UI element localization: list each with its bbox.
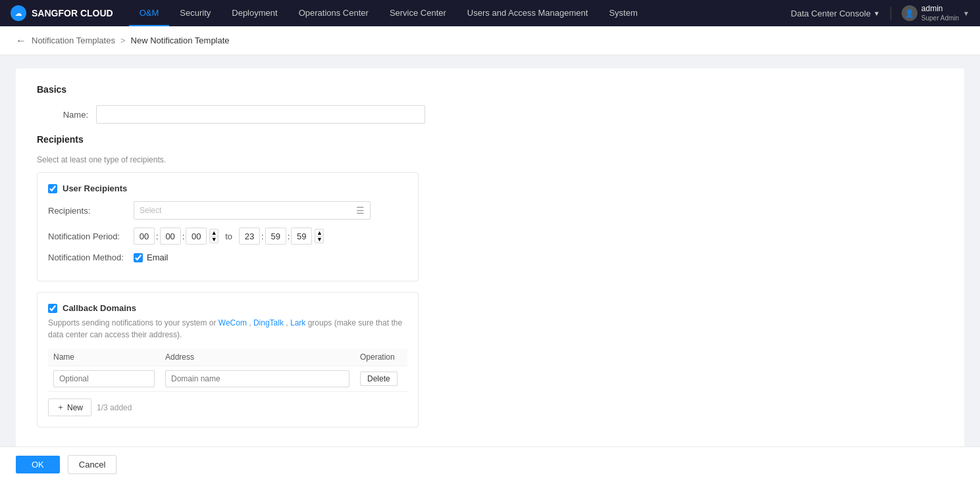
- col-operation: Operation: [355, 349, 407, 366]
- delete-button[interactable]: Delete: [360, 372, 398, 386]
- time-end-spinner: ▲ ▼: [315, 229, 324, 243]
- user-recipients-block: User Recipients Recipients: Select ☰ Not…: [37, 172, 419, 281]
- added-count: 1/3 added: [97, 403, 132, 412]
- name-row: Name:: [37, 105, 943, 124]
- name-label: Name:: [37, 110, 96, 120]
- main-content: Basics Name: Recipients Select at least …: [0, 55, 980, 482]
- time-group: 00 : 00 : 00 ▲ ▼ to 23 :: [134, 228, 324, 245]
- table-row: Delete: [48, 366, 407, 392]
- callback-address-input[interactable]: [165, 370, 349, 387]
- callback-domains-header: Callback Domains: [48, 303, 407, 313]
- recipients-row: Recipients: Select ☰: [48, 201, 407, 220]
- name-field: [96, 105, 943, 124]
- basics-title: Basics: [37, 84, 943, 95]
- table-name-cell: [48, 366, 160, 392]
- time-start-up[interactable]: ▲: [209, 229, 219, 236]
- notification-period-row: Notification Period: 00 : 00 : 00 ▲ ▼: [48, 228, 407, 245]
- avatar: 👤: [902, 5, 917, 21]
- chevron-down-icon: ▼: [873, 10, 880, 17]
- time-start: 00 : 00 : 00 ▲ ▼: [134, 228, 219, 245]
- time-end-up[interactable]: ▲: [315, 229, 324, 236]
- time-end-down[interactable]: ▼: [315, 236, 324, 243]
- nav-items: O&M Security Deployment Operations Cente…: [129, 0, 791, 26]
- nav-item-security[interactable]: Security: [169, 0, 221, 26]
- notification-period-label: Notification Period:: [48, 231, 134, 241]
- method-row: Email: [134, 253, 168, 262]
- time-start-m: 00: [160, 228, 181, 245]
- notification-method-row: Notification Method: Email: [48, 253, 407, 262]
- top-navigation: ☁ SANGFOR CLOUD O&M Security Deployment …: [0, 0, 980, 26]
- form-card: Basics Name: Recipients Select at least …: [16, 68, 964, 480]
- lark-link[interactable]: Lark: [290, 318, 305, 327]
- colon-1: :: [156, 231, 159, 241]
- nav-item-deployment[interactable]: Deployment: [221, 0, 288, 26]
- table-operation-cell: Delete: [355, 366, 407, 392]
- callback-desc-prefix: Supports sending notifications to your s…: [48, 318, 219, 327]
- list-icon: ☰: [356, 205, 365, 216]
- ok-button[interactable]: OK: [16, 456, 60, 473]
- plus-icon: ＋: [57, 402, 64, 413]
- user-recipients-label: User Recipients: [63, 183, 127, 193]
- table-address-cell: [160, 366, 355, 392]
- user-name: admin: [921, 4, 959, 14]
- callback-name-input[interactable]: [53, 370, 155, 387]
- cancel-button[interactable]: Cancel: [68, 455, 116, 474]
- comma1: ,: [247, 318, 251, 327]
- footer-bar: OK Cancel: [0, 446, 980, 482]
- notification-method-label: Notification Method:: [48, 253, 134, 262]
- nav-item-service-center[interactable]: Service Center: [379, 0, 457, 26]
- new-btn-row: ＋ New 1/3 added: [48, 398, 407, 416]
- user-name-block: admin Super Admin: [921, 4, 959, 23]
- recipients-inner-label: Recipients:: [48, 206, 134, 216]
- email-label: Email: [147, 253, 168, 262]
- nav-item-operations-center[interactable]: Operations Center: [288, 0, 379, 26]
- breadcrumb: ← Notification Templates > New Notificat…: [0, 26, 980, 55]
- breadcrumb-separator: >: [120, 36, 126, 45]
- callback-domains-block: Callback Domains Supports sending notifi…: [37, 292, 419, 427]
- datacenter-console-label: Data Center Console: [791, 9, 871, 18]
- nav-item-om[interactable]: O&M: [129, 0, 170, 26]
- recipients-select[interactable]: Select ☰: [134, 201, 371, 220]
- time-start-s: 00: [186, 228, 207, 245]
- brand-icon: ☁: [11, 5, 26, 21]
- callback-table: Name Address Operation Dele: [48, 349, 407, 392]
- recipients-select-placeholder: Select: [140, 206, 161, 215]
- email-checkbox[interactable]: [134, 253, 143, 262]
- brand-name: SANGFOR CLOUD: [32, 8, 113, 18]
- recipients-title: Recipients: [37, 134, 943, 145]
- time-end: 23 : 59 : 59 ▲ ▼: [239, 228, 324, 245]
- time-start-spinner: ▲ ▼: [209, 229, 219, 243]
- breadcrumb-parent: Notification Templates: [32, 36, 115, 45]
- user-chevron-icon: ▼: [963, 10, 969, 17]
- wecom-link[interactable]: WeCom: [219, 318, 247, 327]
- nav-divider: [890, 7, 891, 20]
- colon-2: :: [182, 231, 185, 241]
- col-name: Name: [48, 349, 160, 366]
- new-label: New: [67, 403, 83, 412]
- brand-logo: ☁ SANGFOR CLOUD: [11, 5, 113, 21]
- breadcrumb-back-button[interactable]: ←: [16, 35, 26, 47]
- recipients-subtitle: Select at least one type of recipients.: [37, 155, 943, 164]
- nav-item-system[interactable]: System: [598, 0, 648, 26]
- time-start-h: 00: [134, 228, 155, 245]
- col-address: Address: [160, 349, 355, 366]
- callback-domains-label: Callback Domains: [63, 303, 136, 313]
- name-input[interactable]: [96, 105, 425, 124]
- user-recipients-checkbox[interactable]: [48, 184, 57, 193]
- topnav-right: Data Center Console ▼ 👤 admin Super Admi…: [791, 4, 969, 23]
- user-info[interactable]: 👤 admin Super Admin ▼: [902, 4, 969, 23]
- datacenter-console[interactable]: Data Center Console ▼: [791, 9, 880, 18]
- time-start-down[interactable]: ▼: [209, 236, 219, 243]
- breadcrumb-current: New Notification Template: [131, 36, 230, 45]
- time-end-h: 23: [239, 228, 260, 245]
- dingtalk-link[interactable]: DingTalk: [253, 318, 284, 327]
- time-end-s: 59: [291, 228, 312, 245]
- time-end-m: 59: [265, 228, 286, 245]
- user-recipients-header: User Recipients: [48, 183, 407, 193]
- nav-item-users-access[interactable]: Users and Access Management: [457, 0, 599, 26]
- user-role: Super Admin: [921, 14, 959, 22]
- callback-domains-checkbox[interactable]: [48, 304, 57, 313]
- time-to-label: to: [225, 231, 232, 241]
- colon-3: :: [261, 231, 264, 241]
- new-button[interactable]: ＋ New: [48, 398, 91, 416]
